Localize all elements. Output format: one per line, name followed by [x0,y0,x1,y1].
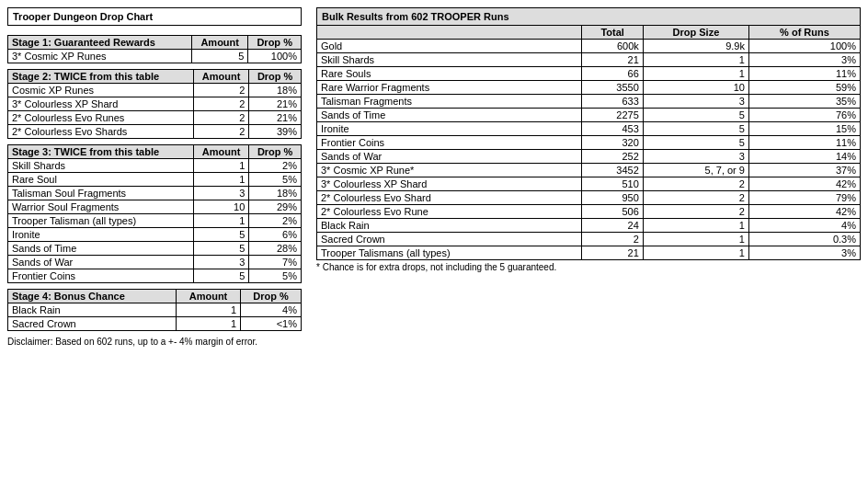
item-name: Talisman Fragments [317,95,582,109]
bulk-table: Total Drop Size % of Runs Gold600k9.9k10… [316,25,861,260]
item-amount: 10 [193,200,248,214]
item-percent: 11% [748,67,860,81]
item-total: 24 [582,219,643,233]
table-row: Black Rain2414% [317,219,861,233]
item-total: 633 [582,95,643,109]
table-row: Warrior Soul Fragments1029% [8,200,302,214]
table-row: Frontier Coins55% [8,269,302,283]
item-name: 3* Colourless XP Shard [317,177,582,191]
table-row: Sands of War37% [8,256,302,269]
item-dropsize: 5 [643,136,748,150]
table-row: 3* Colourless XP Shard510242% [317,177,861,191]
item-percent: 0.3% [748,233,860,246]
item-total: 3452 [582,164,643,177]
stage4-table: Stage 4: Bonus Chance Amount Drop % Blac… [7,289,302,331]
item-drop: 28% [249,242,302,256]
item-name: Talisman Soul Fragments [8,187,194,200]
table-row: Gold600k9.9k100% [317,40,861,53]
stage2-col-amount: Amount [193,70,248,84]
item-amount: 1 [176,303,240,317]
stage1-col-amount: Amount [192,36,248,50]
item-name: 2* Colourless Evo Rune [317,205,582,219]
item-amount: 1 [193,214,248,228]
item-amount: 3 [193,187,248,200]
item-name: Rare Soul [8,173,194,187]
stage4-header: Stage 4: Bonus Chance [8,290,177,303]
item-dropsize: 5, 7, or 9 [643,164,748,177]
item-name: Rare Souls [317,67,582,81]
table-row: Skill Shards12% [8,159,302,173]
table-row: Frontier Coins320511% [317,136,861,150]
table-row: Sands of War252314% [317,150,861,164]
item-percent: 79% [748,191,860,205]
item-amount: 5 [193,228,248,242]
item-total: 21 [582,246,643,260]
table-row: 3* Cosmic XP Rune*34525, 7, or 937% [317,164,861,177]
item-dropsize: 5 [643,122,748,136]
item-name: 2* Colourless Evo Shards [8,125,194,139]
stage1-header: Stage 1: Guaranteed Rewards [8,36,192,50]
item-percent: 3% [748,53,860,67]
table-row: Sacred Crown1<1% [8,317,302,331]
table-row: Cosmic XP Runes218% [8,84,302,97]
table-row: Rare Soul15% [8,173,302,187]
item-name: Frontier Coins [8,269,194,283]
item-total: 600k [582,40,643,53]
item-amount: 2 [193,97,248,111]
item-total: 2275 [582,109,643,122]
item-percent: 3% [748,246,860,260]
item-drop: 6% [249,228,302,242]
item-drop: 5% [249,173,302,187]
item-amount: 5 [193,269,248,283]
item-drop: <1% [241,317,302,331]
item-drop: 5% [249,269,302,283]
stage4-col-amount: Amount [176,290,240,303]
table-row: Sands of Time528% [8,242,302,256]
item-amount: 3 [193,256,248,269]
table-row: Trooper Talismans (all types)2113% [317,246,861,260]
item-name: Ironite [8,228,194,242]
table-row: 2* Colourless Evo Shards239% [8,125,302,139]
item-dropsize: 2 [643,191,748,205]
item-total: 66 [582,67,643,81]
stage2-table: Stage 2: TWICE from this table Amount Dr… [7,69,302,139]
table-row: Ironite56% [8,228,302,242]
table-row: Skill Shards2113% [317,53,861,67]
item-total: 252 [582,150,643,164]
item-name: 2* Colourless Evo Runes [8,111,194,125]
left-panel: Trooper Dungeon Drop Chart Stage 1: Guar… [7,7,302,347]
item-dropsize: 3 [643,150,748,164]
item-drop: 100% [248,50,302,63]
item-total: 510 [582,177,643,191]
bulk-col-total: Total [582,26,643,40]
item-amount: 2 [193,125,248,139]
item-dropsize: 10 [643,81,748,95]
item-dropsize: 1 [643,67,748,81]
item-amount: 1 [193,159,248,173]
item-dropsize: 9.9k [643,40,748,53]
item-amount: 1 [176,317,240,331]
item-name: 3* Cosmic XP Rune* [317,164,582,177]
item-percent: 42% [748,177,860,191]
item-name: Sacred Crown [8,317,177,331]
item-name: Trooper Talisman (all types) [8,214,194,228]
item-name: Gold [317,40,582,53]
bulk-col-dropsize: Drop Size [643,26,748,40]
stage3-table: Stage 3: TWICE from this table Amount Dr… [7,144,302,283]
item-dropsize: 1 [643,53,748,67]
item-amount: 2 [193,84,248,97]
item-amount: 2 [193,111,248,125]
item-name: Rare Warrior Fragments [317,81,582,95]
item-percent: 35% [748,95,860,109]
bulk-footnote: * Chance is for extra drops, not includi… [316,262,861,272]
bulk-col-percent: % of Runs [748,26,860,40]
left-title: Trooper Dungeon Drop Chart [7,7,302,26]
item-percent: 37% [748,164,860,177]
bulk-col-item [317,26,582,40]
item-total: 21 [582,53,643,67]
item-amount: 5 [193,242,248,256]
item-percent: 59% [748,81,860,95]
item-name: Cosmic XP Runes [8,84,194,97]
item-total: 2 [582,233,643,246]
item-dropsize: 1 [643,246,748,260]
